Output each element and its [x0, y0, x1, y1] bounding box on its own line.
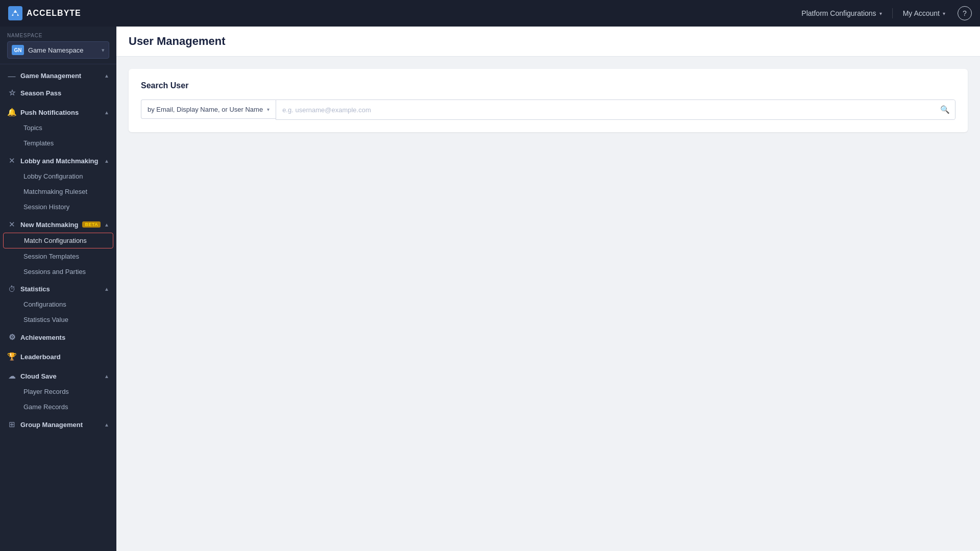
match-configurations-label: Match Configurations: [24, 237, 87, 244]
search-filter-dropdown[interactable]: by Email, Display Name, or User Name ▾: [141, 99, 276, 119]
push-collapse-icon: ▲: [104, 110, 109, 115]
namespace-badge: GN: [12, 45, 24, 55]
search-input-wrap: 🔍: [276, 99, 955, 120]
namespace-name: Game Namespace: [28, 46, 97, 54]
group-management-icon: ⊞: [7, 420, 16, 429]
sidebar-item-season-pass[interactable]: ☆ Season Pass: [0, 83, 116, 103]
season-pass-label: Season Pass: [20, 89, 61, 97]
achievements-icon: ⚙: [7, 333, 16, 342]
sidebar-item-leaderboard[interactable]: 🏆 Leaderboard: [0, 347, 116, 366]
beta-badge: BETA: [82, 221, 101, 228]
namespace-label: NAMESPACE: [7, 33, 109, 38]
achievements-label: Achievements: [20, 334, 65, 341]
group-management-title: Group Management: [20, 421, 83, 429]
sidebar-item-topics[interactable]: Topics: [3, 120, 113, 135]
game-management-header[interactable]: — Game Management ▲: [0, 66, 116, 83]
my-account-button[interactable]: My Account ▾: [897, 6, 951, 20]
sidebar-item-statistics-value[interactable]: Statistics Value: [3, 312, 113, 327]
new-matchmaking-icon: ✕: [7, 220, 16, 229]
new-matchmaking-title-wrap: ✕ New Matchmaking BETA: [7, 220, 101, 229]
topnav: ACCELBYTE Platform Configurations ▾ My A…: [0, 0, 980, 27]
sidebar-item-session-templates[interactable]: Session Templates: [3, 249, 113, 264]
my-account-label: My Account: [903, 9, 940, 17]
platform-chevron-icon: ▾: [879, 11, 882, 16]
game-management-title: Game Management: [20, 72, 81, 80]
statistics-icon: ⏱: [7, 285, 16, 293]
new-matchmaking-title: New Matchmaking: [20, 221, 78, 229]
game-management-section: — Game Management ▲ ☆ Season Pass 🔔 Push…: [0, 64, 116, 434]
main-content: User Management Search User by Email, Di…: [116, 27, 980, 551]
page-header: User Management: [116, 27, 980, 57]
stat-configurations-label: Configurations: [23, 300, 66, 308]
statistics-collapse-icon: ▲: [104, 286, 109, 292]
logo-text: ACCELBYTE: [27, 9, 81, 18]
svg-rect-0: [13, 13, 17, 16]
lobby-matchmaking-title: Lobby and Matchmaking: [20, 157, 98, 165]
sidebar-item-stat-configurations[interactable]: Configurations: [3, 297, 113, 312]
sidebar-item-sessions-parties[interactable]: Sessions and Parties: [3, 264, 113, 279]
sidebar-item-session-history[interactable]: Session History: [3, 199, 113, 214]
namespace-dropdown[interactable]: GN Game Namespace ▾: [7, 41, 109, 59]
platform-configurations-label: Platform Configurations: [801, 9, 876, 17]
cloud-save-collapse-icon: ▲: [104, 373, 109, 379]
push-notifications-title-wrap: 🔔 Push Notifications: [7, 108, 79, 117]
namespace-chevron-icon: ▾: [102, 47, 105, 54]
group-management-collapse-icon: ▲: [104, 422, 109, 428]
topics-label: Topics: [23, 124, 42, 132]
nav-divider: [892, 8, 893, 18]
search-input[interactable]: [276, 100, 955, 119]
player-records-label: Player Records: [23, 388, 69, 395]
layout: NAMESPACE GN Game Namespace ▾ — Game Man…: [0, 27, 980, 551]
cloud-save-title: Cloud Save: [20, 372, 57, 380]
search-card-title: Search User: [141, 81, 955, 90]
cloud-save-icon: ☁: [7, 371, 16, 381]
statistics-title: Statistics: [20, 285, 50, 293]
search-card: Search User by Email, Display Name, or U…: [129, 69, 968, 132]
statistics-title-wrap: ⏱ Statistics: [7, 285, 50, 293]
help-button[interactable]: ?: [958, 6, 972, 20]
push-notifications-title: Push Notifications: [20, 109, 79, 116]
sidebar-item-match-configurations[interactable]: Match Configurations: [3, 233, 113, 248]
group-management-header[interactable]: ⊞ Group Management ▲: [0, 415, 116, 432]
sidebar-item-player-records[interactable]: Player Records: [3, 384, 113, 399]
cloud-save-header[interactable]: ☁ Cloud Save ▲: [0, 366, 116, 384]
game-records-label: Game Records: [23, 403, 68, 411]
cloud-save-title-wrap: ☁ Cloud Save: [7, 371, 57, 381]
lobby-collapse-icon: ▲: [104, 158, 109, 164]
leaderboard-label: Leaderboard: [20, 353, 61, 361]
lobby-matchmaking-header[interactable]: ✕ Lobby and Matchmaking ▲: [0, 151, 116, 168]
page-title: User Management: [129, 35, 968, 48]
new-matchmaking-collapse-icon: ▲: [104, 222, 109, 228]
sidebar: NAMESPACE GN Game Namespace ▾ — Game Man…: [0, 27, 116, 551]
namespace-section: NAMESPACE GN Game Namespace ▾: [0, 27, 116, 64]
logo: ACCELBYTE: [8, 6, 81, 20]
templates-label: Templates: [23, 139, 54, 147]
help-icon: ?: [963, 9, 967, 17]
content-area: Search User by Email, Display Name, or U…: [116, 57, 980, 551]
season-pass-icon: ☆: [7, 88, 16, 97]
lobby-matchmaking-title-wrap: ✕ Lobby and Matchmaking: [7, 156, 98, 165]
platform-configurations-button[interactable]: Platform Configurations ▾: [795, 6, 888, 20]
new-matchmaking-header[interactable]: ✕ New Matchmaking BETA ▲: [0, 215, 116, 232]
search-filter-label: by Email, Display Name, or User Name: [148, 106, 263, 113]
search-dropdown-chevron-icon: ▾: [267, 107, 270, 112]
matchmaking-ruleset-label: Matchmaking Ruleset: [23, 188, 87, 195]
sidebar-item-achievements[interactable]: ⚙ Achievements: [0, 328, 116, 347]
game-management-collapse-icon: ▲: [104, 73, 109, 79]
statistics-header[interactable]: ⏱ Statistics ▲: [0, 280, 116, 296]
lobby-config-label: Lobby Configuration: [23, 172, 83, 180]
topnav-right: Platform Configurations ▾ My Account ▾ ?: [795, 6, 972, 20]
lobby-icon: ✕: [7, 156, 16, 165]
leaderboard-icon: 🏆: [7, 352, 16, 361]
search-row: by Email, Display Name, or User Name ▾ 🔍: [141, 99, 955, 120]
logo-icon: [8, 6, 22, 20]
session-history-label: Session History: [23, 203, 69, 211]
sidebar-item-lobby-config[interactable]: Lobby Configuration: [3, 169, 113, 184]
sidebar-item-templates[interactable]: Templates: [3, 136, 113, 151]
statistics-value-label: Statistics Value: [23, 316, 68, 323]
session-templates-label: Session Templates: [23, 253, 79, 260]
sidebar-item-game-records[interactable]: Game Records: [3, 399, 113, 414]
sidebar-item-matchmaking-ruleset[interactable]: Matchmaking Ruleset: [3, 184, 113, 199]
push-notifications-header[interactable]: 🔔 Push Notifications ▲: [0, 103, 116, 120]
search-icon[interactable]: 🔍: [940, 105, 950, 114]
